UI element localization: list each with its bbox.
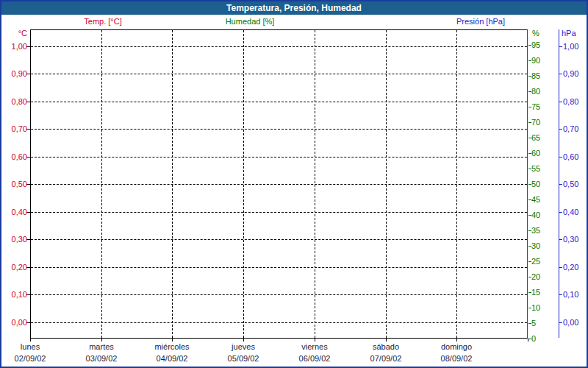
celsius-tick-label: 0,10 (0, 289, 27, 300)
h-gridline (31, 184, 527, 185)
day-gridline (456, 30, 457, 338)
percent-tick-label: 85 (531, 71, 540, 81)
percent-tick-label: 20 (531, 272, 540, 282)
day-gridline (243, 30, 244, 338)
percent-tick-label: 80 (531, 86, 540, 96)
hpa-tick (559, 46, 562, 47)
percent-tick-label: 30 (531, 241, 540, 251)
percent-tick-label: 45 (531, 194, 540, 205)
x-axis-weekday-label: jueves (232, 342, 255, 352)
percent-tick-label: 90 (531, 55, 540, 66)
hpa-tick-label: 0,00 (563, 317, 578, 328)
percent-tick-label: 65 (531, 132, 540, 143)
percent-tick-label: 0 (531, 333, 536, 344)
day-gridline (172, 30, 173, 338)
x-axis-weekday-label: miércoles (154, 342, 189, 352)
h-gridline (31, 294, 527, 295)
x-axis-weekday-label: lunes (21, 342, 40, 352)
hpa-tick (559, 212, 562, 213)
legend-pressure: Presión [hPa] (456, 17, 505, 26)
hpa-tick-label: 0,50 (563, 179, 578, 189)
x-axis-date-label: 07/09/02 (370, 353, 402, 364)
day-gridline (315, 30, 315, 338)
h-gridline (31, 212, 527, 213)
percent-tick-label: 10 (531, 302, 540, 313)
percent-tick-label: 25 (531, 256, 540, 266)
legend-humidity: Humedad [%] (226, 17, 275, 26)
hpa-tick (559, 102, 562, 102)
x-axis-weekday-label: martes (89, 342, 114, 352)
weather-chart-page: Temperatura, Presión, Humedad Temp. [°C]… (0, 0, 588, 368)
x-axis-weekday-label: domingo (441, 342, 472, 352)
hpa-tick (559, 239, 562, 240)
hpa-tick-label: 0,40 (563, 207, 578, 217)
celsius-tick-label: 0,20 (0, 262, 27, 272)
hpa-tick (559, 74, 562, 74)
hpa-tick (559, 157, 562, 158)
hpa-tick (559, 267, 562, 268)
day-gridline (101, 30, 102, 338)
x-axis-date-label: 08/09/02 (441, 353, 473, 364)
celsius-tick-label: 0,30 (0, 234, 27, 244)
h-gridline (31, 74, 527, 74)
celsius-tick-label: 0,90 (0, 68, 27, 79)
hpa-tick-label: 0,60 (563, 152, 578, 162)
hpa-tick (559, 184, 562, 185)
day-gridline (386, 30, 387, 338)
x-axis-date-label: 03/09/02 (86, 353, 118, 364)
hpa-tick-label: 0,30 (563, 234, 578, 244)
percent-tick-label: 70 (531, 117, 540, 127)
celsius-tick-label: 0,80 (0, 96, 27, 107)
hpa-tick-label: 1,00 (563, 41, 578, 52)
celsius-tick-label: 0,70 (0, 124, 27, 134)
h-gridline (31, 102, 527, 102)
h-gridline (31, 157, 527, 158)
celsius-axis-header: °C (0, 29, 27, 38)
hpa-tick-label: 0,10 (563, 289, 578, 300)
percent-tick-label: 50 (531, 179, 540, 189)
percent-axis-header: % (532, 29, 539, 38)
title-bar: Temperatura, Presión, Humedad (1, 1, 587, 15)
plot-area (30, 29, 528, 339)
h-gridline (31, 267, 527, 268)
celsius-tick-label: 0,60 (0, 152, 27, 162)
percent-tick-label: 75 (531, 102, 540, 112)
x-axis-date-label: 04/09/02 (157, 353, 188, 364)
x-axis-tick (528, 339, 528, 342)
percent-tick-label: 5 (531, 318, 536, 328)
celsius-tick-label: 0,40 (0, 207, 27, 217)
celsius-tick-label: 0,50 (0, 179, 27, 189)
h-gridline (31, 46, 527, 47)
hpa-tick (559, 322, 562, 323)
hpa-tick-label: 0,70 (563, 124, 578, 134)
hpa-tick-label: 0,90 (563, 68, 578, 79)
hpa-tick-label: 0,20 (563, 262, 578, 272)
hpa-axis-header: hPa (562, 29, 576, 38)
h-gridline (31, 322, 527, 323)
x-axis-date-label: 06/09/02 (299, 353, 331, 364)
x-axis-date-label: 02/09/02 (15, 353, 46, 364)
x-axis-weekday-label: viernes (301, 342, 327, 352)
h-gridline (31, 129, 527, 130)
hpa-tick-label: 0,80 (563, 96, 578, 107)
celsius-tick-label: 1,00 (0, 41, 27, 52)
percent-tick-label: 15 (531, 287, 540, 297)
percent-tick-label: 55 (531, 163, 540, 174)
percent-tick-label: 35 (531, 225, 540, 236)
percent-tick-label: 95 (531, 40, 540, 50)
page-title: Temperatura, Presión, Humedad (226, 3, 362, 13)
x-axis-date-label: 05/09/02 (228, 353, 259, 364)
percent-tick-label: 40 (531, 210, 540, 220)
percent-tick-label: 60 (531, 148, 540, 158)
hpa-tick (559, 294, 562, 295)
hpa-tick (559, 129, 562, 130)
x-axis-weekday-label: sábado (373, 342, 399, 352)
celsius-tick-label: 0,00 (0, 317, 27, 328)
h-gridline (31, 239, 527, 240)
legend-temperature: Temp. [°C] (84, 17, 121, 26)
